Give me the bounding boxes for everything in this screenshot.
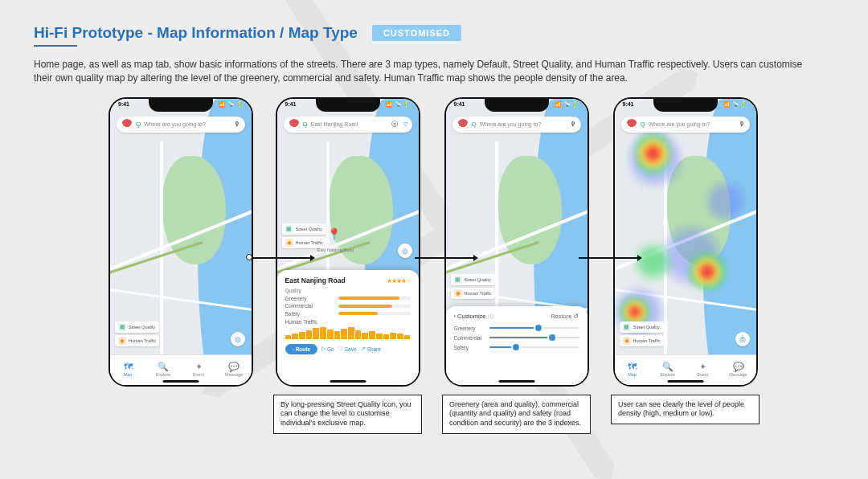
rating-stars: ★★★★☆	[387, 277, 411, 285]
human-traffic-icon: ◉	[285, 239, 293, 247]
flow-dot	[246, 254, 252, 260]
arrow-head-icon	[473, 255, 478, 261]
status-icons: 📶 📡 🔋	[219, 101, 244, 108]
commercial-bar	[338, 305, 411, 308]
nav-map[interactable]: 🗺Map	[615, 355, 650, 385]
explore-icon: 🔍	[158, 362, 169, 371]
location-pin-icon[interactable]: 📍	[327, 227, 341, 240]
mockup-screen-4: 9:41 📶 📡 🔋 Q	[613, 97, 758, 387]
human-traffic-icon: ◉	[623, 337, 631, 345]
filter-icon[interactable]: ▽	[403, 121, 407, 128]
locate-fab[interactable]: ◎	[231, 332, 245, 346]
nav-map[interactable]: 🗺Map	[110, 355, 145, 385]
restore-button[interactable]: Restore ↺	[551, 313, 579, 321]
flow-arrow	[579, 257, 639, 259]
mic-icon[interactable]: 🎙	[234, 121, 240, 128]
human-traffic-icon: ◉	[118, 337, 126, 345]
avatar-icon[interactable]	[289, 119, 300, 130]
search-icon: Q	[472, 121, 477, 128]
save-button[interactable]: ♡ Save	[338, 346, 357, 352]
slider-commercial[interactable]: Commercial	[454, 335, 579, 341]
mockup-screen-2: 9:41 📶 📡 🔋 Q East Nanjing Road ⓧ ▽ 📍 Eas…	[276, 97, 420, 387]
page-title: Hi-Fi Prototype - Map Information / Map …	[34, 24, 358, 42]
human-traffic-label: Human Traffic	[285, 319, 411, 325]
chip-human-traffic[interactable]: ◉Human Traffic	[620, 335, 664, 346]
flow-arrow	[252, 257, 312, 259]
avatar-icon[interactable]	[626, 119, 637, 130]
slider-safety[interactable]: Safety	[454, 345, 579, 350]
search-value: East Nanjing Road	[311, 121, 358, 127]
search-bar[interactable]: Q Where are you going to? 🎙	[117, 117, 245, 133]
street-quality-icon: ▦	[623, 323, 631, 331]
chip-human-traffic[interactable]: ◉Human Traffic	[282, 237, 326, 248]
info-icon[interactable]: ⓘ	[488, 313, 493, 319]
street-quality-icon: ▦	[454, 276, 462, 284]
route-button[interactable]: ◦ Route	[285, 344, 318, 354]
street-info-panel: East Nanjing Road ★★★★☆ Quality Greenery…	[277, 270, 419, 385]
customize-panel: ‹ Customize ⓘ Restore ↺ Greenery Commerc…	[446, 306, 588, 385]
chip-human-traffic[interactable]: ◉Human Traffic	[451, 288, 495, 299]
phone-notch	[653, 99, 718, 112]
caption-4: User can see clearly the level of people…	[611, 395, 760, 424]
human-traffic-icon: ◉	[454, 289, 462, 297]
avatar-icon[interactable]	[457, 119, 469, 130]
chip-label: Street Quality	[129, 325, 155, 330]
page-description: Home page, as well as map tab, show basi…	[34, 58, 821, 86]
locate-fab[interactable]: ◎	[398, 244, 412, 258]
message-icon: 💬	[733, 362, 744, 371]
quality-label: Quality	[285, 288, 411, 293]
greenery-bar	[338, 297, 411, 300]
caption-2: By long-pressing Street Quality icon, yo…	[273, 395, 422, 434]
search-bar[interactable]: Q Where are you going to? 🎙	[621, 117, 750, 133]
avatar-icon[interactable]	[121, 119, 133, 130]
arrow-head-icon	[310, 255, 315, 261]
mockup-screen-1: 9:41 📶 📡 🔋 Q Where are you going to? 🎙 ▦	[108, 97, 253, 387]
chip-street-quality[interactable]: ▦Street Quality	[282, 223, 326, 235]
home-indicator	[330, 380, 366, 383]
arrow-head-icon	[637, 255, 642, 261]
status-time: 9:41	[118, 101, 129, 108]
map-icon: 🗺	[628, 362, 637, 371]
phone-notch	[485, 99, 549, 112]
street-quality-icon: ▦	[285, 225, 293, 233]
go-button[interactable]: ▷ Go	[321, 346, 334, 352]
caption-3: Greenery (area and quality), commercial …	[442, 395, 591, 434]
share-button[interactable]: ↗ Share	[361, 346, 381, 352]
event-icon: ✦	[699, 362, 706, 371]
nav-message[interactable]: 💬Message	[216, 355, 252, 385]
search-icon: Q	[136, 121, 141, 128]
customised-badge: CUSTOMISED	[372, 25, 461, 41]
home-indicator	[163, 380, 199, 383]
mic-icon[interactable]: 🎙	[570, 121, 576, 128]
clear-icon[interactable]: ⓧ	[391, 120, 398, 129]
locate-fab[interactable]: ◎	[735, 332, 750, 346]
search-bar[interactable]: Q East Nanjing Road ⓧ ▽	[284, 117, 412, 133]
search-placeholder: Where are you going to?	[144, 121, 206, 127]
home-indicator	[498, 380, 534, 383]
customize-back[interactable]: ‹ Customize ⓘ	[454, 313, 493, 321]
safety-bar	[338, 312, 411, 315]
traffic-sparkline	[285, 326, 411, 339]
mic-icon[interactable]: 🎙	[739, 121, 745, 128]
chip-human-traffic[interactable]: ◉ Human Traffic	[115, 335, 159, 346]
phone-notch	[316, 99, 380, 112]
slider-greenery[interactable]: Greenery	[454, 325, 579, 331]
message-icon: 💬	[228, 362, 240, 371]
search-icon: Q	[303, 121, 308, 128]
chip-street-quality[interactable]: ▦ Street Quality	[115, 321, 159, 333]
chip-street-quality[interactable]: ▦Street Quality	[620, 321, 664, 333]
search-bar[interactable]: Q Where are you going to? 🎙	[452, 117, 581, 133]
phone-notch	[149, 99, 213, 112]
chip-label: Human Traffic	[129, 338, 156, 343]
nav-message[interactable]: 💬Message	[721, 355, 756, 385]
map-icon: 🗺	[124, 362, 133, 371]
info-title: East Nanjing Road	[285, 276, 346, 285]
search-icon: Q	[641, 121, 645, 128]
chip-street-quality[interactable]: ▦Street Quality	[451, 274, 495, 285]
mockup-screen-3: 9:41 📶 📡 🔋 Q Where are you going to? 🎙 ▦…	[444, 97, 589, 387]
explore-icon: 🔍	[662, 362, 674, 371]
event-icon: ✦	[195, 362, 203, 371]
title-underline	[34, 45, 77, 47]
flow-arrow	[415, 257, 475, 259]
street-quality-icon: ▦	[118, 323, 126, 331]
